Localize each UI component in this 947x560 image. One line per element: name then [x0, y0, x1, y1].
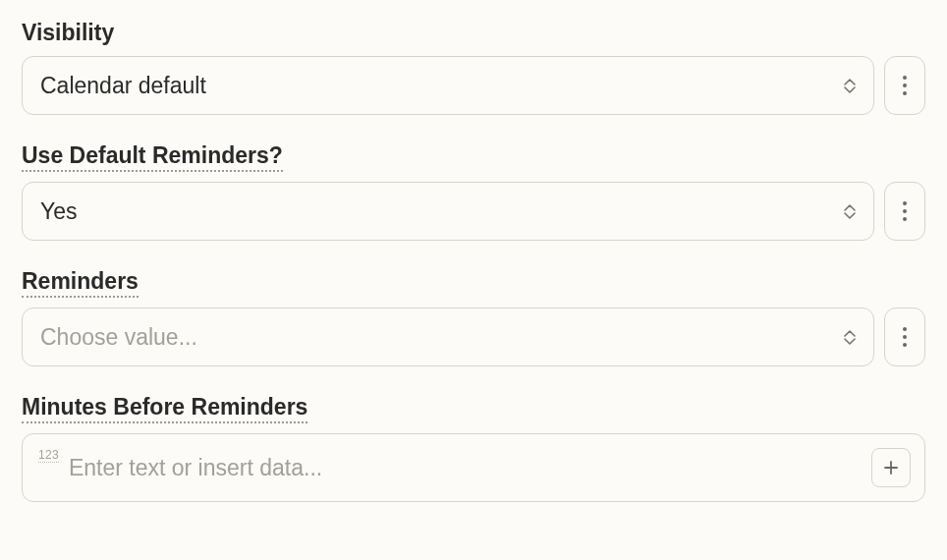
visibility-value: Calendar default	[40, 73, 844, 99]
minutes-before-row: 123 Enter text or insert data...	[22, 433, 925, 502]
visibility-more-button[interactable]	[884, 56, 925, 115]
minutes-before-input[interactable]: 123 Enter text or insert data...	[22, 433, 925, 502]
visibility-select[interactable]: Calendar default	[22, 56, 874, 115]
reminders-select[interactable]: Choose value...	[22, 308, 874, 366]
field-visibility: Visibility Calendar default	[22, 20, 925, 115]
minutes-before-placeholder: Enter text or insert data...	[69, 455, 862, 481]
select-chevrons-icon	[844, 204, 856, 219]
select-chevrons-icon	[844, 330, 856, 345]
number-type-icon: 123	[38, 448, 59, 463]
visibility-label: Visibility	[22, 20, 114, 46]
use-default-reminders-select[interactable]: Yes	[22, 182, 874, 241]
reminders-placeholder: Choose value...	[40, 324, 844, 351]
plus-icon	[882, 459, 900, 476]
more-vertical-icon	[903, 201, 907, 221]
select-chevrons-icon	[844, 79, 856, 93]
field-minutes-before: Minutes Before Reminders 123 Enter text …	[22, 394, 925, 502]
use-default-reminders-label: Use Default Reminders?	[22, 142, 283, 172]
use-default-reminders-row: Yes	[22, 182, 925, 241]
field-use-default-reminders: Use Default Reminders? Yes	[22, 142, 925, 241]
minutes-before-label: Minutes Before Reminders	[22, 394, 307, 423]
more-vertical-icon	[903, 76, 907, 95]
insert-data-button[interactable]	[871, 448, 911, 487]
use-default-reminders-more-button[interactable]	[884, 182, 925, 241]
reminders-more-button[interactable]	[884, 308, 925, 366]
field-reminders: Reminders Choose value...	[22, 268, 925, 366]
use-default-reminders-value: Yes	[40, 198, 844, 225]
reminders-row: Choose value...	[22, 308, 925, 366]
more-vertical-icon	[903, 327, 907, 347]
visibility-row: Calendar default	[22, 56, 925, 115]
reminders-label: Reminders	[22, 268, 139, 298]
